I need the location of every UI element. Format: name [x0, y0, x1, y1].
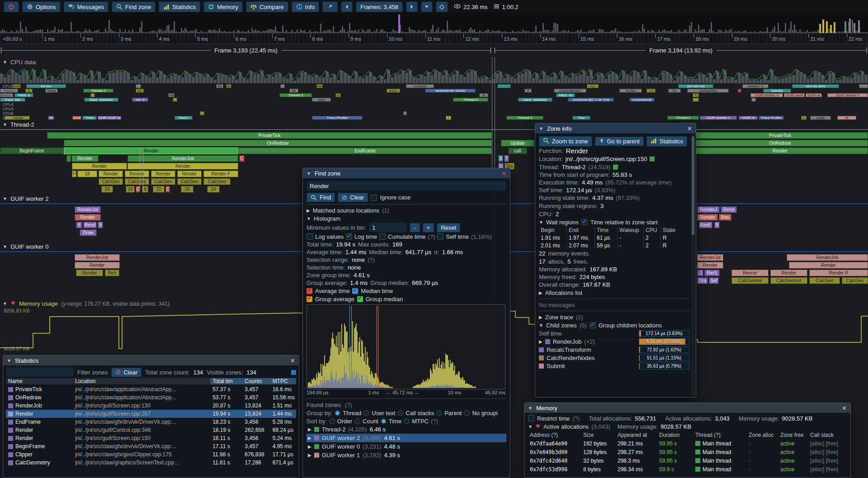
- child-zone-row[interactable]: CalcRenderNodes51.51 µs (1.15%): [539, 354, 689, 362]
- allocation-row[interactable]: 0x7dfc53d9988 bytes298.34 ms59.9 sMain t…: [528, 465, 847, 473]
- allocation-row[interactable]: 0x7e049b3d00128 bytes298.27 ms59.95 sMai…: [528, 448, 847, 456]
- self-time-row[interactable]: Self time172.14 µs (3.83%): [539, 329, 689, 337]
- cpu-segment[interactable]: GUIF-w: [739, 116, 758, 120]
- stats-row[interactable]: Renderjni/../jni/src/guif/Control.cpp:34…: [6, 426, 296, 434]
- stats-row[interactable]: Clipperjni/../jni/src/claw/gfx/geo/Clipp…: [6, 450, 296, 459]
- clear-filter-button[interactable]: Clear: [111, 368, 142, 377]
- cpu-segment[interactable]: [90, 93, 95, 97]
- cpu-segment[interactable]: tracy_sy: [556, 93, 575, 97]
- zone-bar[interactable]: C: [165, 186, 170, 193]
- options-button[interactable]: Options: [22, 1, 61, 12]
- cpu-segment[interactable]: ksof: [13, 84, 21, 88]
- cpu-segment[interactable]: ria: [168, 93, 175, 97]
- child-zone-row[interactable]: RecalcTransform72.92 µs (1.62%): [539, 345, 689, 354]
- zone-bar[interactable]: BeginFrame: [0, 147, 64, 154]
- zone-bar[interactable]: 24: [101, 186, 113, 193]
- cpu-segment[interactable]: rot_d: [132, 98, 148, 102]
- zone-bar[interactable]: OnRedraw: [692, 140, 868, 147]
- cpu-segment[interactable]: Trac: [572, 116, 590, 120]
- group-average-checkbox[interactable]: [307, 296, 312, 302]
- group-by-radio-thread[interactable]: [335, 410, 340, 416]
- reset-button[interactable]: Reset: [437, 223, 460, 232]
- cpu-segment[interactable]: [693, 98, 699, 102]
- cpu-segment[interactable]: composer@2.1-se (Hw: [568, 98, 614, 102]
- cpu-segment[interactable]: Tracy: [82, 116, 97, 120]
- column-header-name[interactable]: Name: [6, 378, 73, 384]
- cpu-segment[interactable]: rcu: [587, 84, 599, 88]
- self-time-checkbox[interactable]: [437, 233, 443, 240]
- zone-bar[interactable]: Render: [72, 163, 127, 170]
- zone-bar[interactable]: R: [714, 222, 720, 228]
- stats-row[interactable]: Renderjni/../jni/src/guif/Screen.cpp:257…: [6, 410, 296, 418]
- stats-row[interactable]: Renderjni/../jni/src/guif/Screen.cpp:150…: [6, 434, 296, 442]
- cpu-segment[interactable]: M: [837, 116, 856, 120]
- increase-bin-button[interactable]: +: [423, 223, 434, 232]
- cpu-segment[interactable]: Thread-2: [506, 116, 543, 120]
- time-relative-checkbox[interactable]: [581, 219, 588, 225]
- thread-name[interactable]: Thread-2: [562, 164, 586, 170]
- cpu-segment[interactable]: M: [48, 116, 54, 120]
- zone-bar[interactable]: Render: [127, 163, 238, 170]
- zone-bar[interactable]: Sef: [709, 277, 719, 284]
- zone-bar[interactable]: Render: [75, 214, 101, 221]
- cpu-segment[interactable]: [200, 111, 204, 115]
- cpu-segment[interactable]: surfac: [619, 89, 642, 93]
- statistics-button[interactable]: Statistics: [159, 1, 200, 12]
- cpu-segment[interactable]: tracy_systrace: [84, 98, 118, 102]
- zone-bar[interactable]: CalcGeo: [203, 178, 231, 185]
- cpu-segment[interactable]: GUIF: [72, 116, 81, 120]
- cpu-segment[interactable]: tracy_s: [14, 93, 33, 97]
- thread-header-thread-2[interactable]: ▼Thread-2: [3, 121, 34, 128]
- cpu-segment[interactable]: system_s: [742, 84, 769, 88]
- close-icon[interactable]: ✕: [687, 125, 692, 132]
- median-time-checkbox[interactable]: [352, 288, 358, 294]
- stats-row[interactable]: OnRedrawjni/../jni/src/claw/application/…: [6, 393, 296, 402]
- wait-region-row[interactable]: 1.91 ms1.97 ms61 µs-2R: [539, 234, 689, 241]
- allocation-row[interactable]: 0x7dfaa64e00192 bytes298.21 ms59.95 sMai…: [528, 439, 847, 448]
- collapse-icon[interactable]: ▼: [307, 171, 311, 176]
- cpu-segment[interactable]: ar: [335, 93, 341, 97]
- zone-bar[interactable]: Ren: [719, 214, 731, 221]
- cpu-segment[interactable]: GUIF-w: [806, 93, 822, 97]
- expander-icon[interactable]: ▶: [539, 290, 542, 295]
- cpu-segment[interactable]: GUIF-work: [784, 93, 805, 97]
- cpu-segment[interactable]: kworke: [763, 89, 791, 93]
- sort-by-radio-time[interactable]: [381, 418, 387, 424]
- group-median-checkbox[interactable]: [357, 296, 363, 302]
- cpu-segment[interactable]: kw: [316, 84, 323, 88]
- zone-bar[interactable]: Render: [76, 270, 103, 276]
- zone-bar[interactable]: 22: [153, 186, 165, 193]
- cpu-segment[interactable]: Thread-2: [83, 89, 113, 93]
- collapse-icon[interactable]: ▼: [539, 126, 543, 131]
- zone-bar[interactable]: CalcGeo: [842, 277, 868, 284]
- zone-bar[interactable]: RenF: [699, 222, 712, 228]
- location-value[interactable]: jni/../jni/src/guif/Screen.cpp:150: [566, 156, 647, 162]
- zone-filter-input[interactable]: [6, 367, 74, 377]
- cpu-segment[interactable]: Thread-2: [279, 93, 312, 97]
- zone-bar[interactable]: Rencer: [731, 270, 769, 276]
- cpu-segment[interactable]: sr: [25, 89, 33, 93]
- cumulate-time-checkbox[interactable]: [379, 233, 386, 240]
- wait-region-row[interactable]: 2.01 ms2.07 ms59 µs-2R: [539, 241, 689, 249]
- cpu-segment[interactable]: [136, 84, 141, 88]
- zoom-to-zone-button[interactable]: Zoom to zone: [539, 136, 592, 147]
- panel-toggle-icon[interactable]: [291, 370, 296, 375]
- find-zone-query-input[interactable]: [307, 181, 506, 191]
- zone-bar[interactable]: 18: [77, 170, 97, 177]
- zone-bar[interactable]: EndFrame: [238, 147, 492, 154]
- group-by-radio-parent[interactable]: [436, 410, 442, 416]
- memory-titlebar[interactable]: ▼ Memory ✕: [524, 403, 850, 413]
- allocations-list-label[interactable]: Allocations list: [545, 289, 582, 296]
- child-zone-row[interactable]: ▶RenderJob(×2)4.16 ms (92.60%): [539, 337, 689, 345]
- zone-bar[interactable]: Render R: [809, 270, 868, 276]
- cpu-segment[interactable]: surfacef: [406, 84, 434, 88]
- cpu-segment[interactable]: GUIF worker 0: [750, 93, 783, 97]
- zone-group-row[interactable]: ▶GUIF worker 0(3,231)4.48 s: [307, 442, 506, 451]
- cpu-segment[interactable]: GUIF worker 2: [700, 116, 737, 120]
- zone-bar[interactable]: CalcGeo: [177, 178, 202, 185]
- average-time-checkbox[interactable]: [307, 288, 312, 294]
- cpu-segment[interactable]: composer@: [629, 98, 655, 102]
- zone-info-titlebar[interactable]: ▼ Zone info ✕: [535, 123, 696, 133]
- zone-bar[interactable]: Render F: [203, 170, 238, 177]
- zone-bar[interactable]: Render: [125, 170, 149, 177]
